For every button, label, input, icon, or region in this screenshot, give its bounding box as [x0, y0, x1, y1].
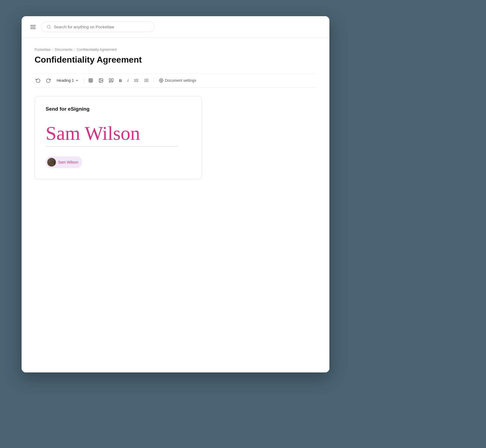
app-window: Pocketlaw / Documents / Confidentiality …: [22, 16, 329, 372]
undo-icon: [36, 78, 40, 83]
svg-point-16: [145, 80, 145, 81]
gear-icon: [159, 78, 163, 83]
esigning-title: Send for eSigning: [46, 106, 191, 112]
avatar: [47, 158, 56, 167]
redo-button[interactable]: [45, 77, 52, 84]
ordered-list-button[interactable]: [133, 77, 140, 84]
search-input[interactable]: [54, 25, 149, 29]
bold-icon: B: [119, 78, 122, 83]
editor-toolbar: Heading 1: [35, 73, 316, 87]
topbar: [22, 16, 329, 38]
svg-rect-2: [89, 79, 93, 82]
italic-button[interactable]: I: [126, 77, 130, 84]
esigning-card: Send for eSigning Sam Wilson Sam Wilson: [35, 96, 202, 179]
unordered-list-icon: [144, 78, 149, 83]
avatar-image: [47, 158, 56, 167]
toolbar-separator-1: [84, 78, 84, 83]
chevron-down-icon: [75, 79, 79, 82]
signer-badge[interactable]: Sam Wilson: [46, 156, 82, 168]
breadcrumb: Pocketlaw / Documents / Confidentiality …: [35, 47, 316, 52]
signature-line: [46, 146, 178, 147]
breadcrumb-documents[interactable]: Documents: [55, 47, 73, 52]
page-title: Confidentiality Agreement: [35, 55, 316, 65]
search-icon: [47, 25, 51, 29]
unordered-list-button[interactable]: [143, 77, 150, 84]
breadcrumb-pocketlaw[interactable]: Pocketlaw: [35, 47, 50, 52]
insert-table-button[interactable]: [87, 77, 94, 84]
breadcrumb-sep-2: /: [74, 47, 75, 52]
signer-name: Sam Wilson: [58, 160, 78, 164]
redo-icon: [46, 78, 51, 83]
undo-button[interactable]: [35, 77, 42, 84]
svg-line-1: [50, 28, 50, 29]
heading-dropdown[interactable]: Heading 1: [55, 77, 80, 84]
document-settings-button[interactable]: Document settings: [159, 78, 196, 83]
svg-point-18: [161, 80, 162, 81]
main-content: Pocketlaw / Documents / Confidentiality …: [22, 38, 329, 372]
image-icon: [99, 78, 103, 83]
bold-button[interactable]: B: [118, 77, 123, 84]
svg-point-17: [145, 82, 145, 82]
svg-point-15: [145, 79, 145, 80]
svg-point-8: [100, 79, 100, 80]
toolbar-separator-2: [153, 78, 154, 83]
quote-icon: [109, 78, 114, 83]
ordered-list-icon: [134, 78, 139, 83]
search-bar-container: [41, 22, 154, 32]
hamburger-button[interactable]: [29, 24, 37, 30]
signature-display: Sam Wilson: [46, 123, 191, 144]
breadcrumb-current: Confidentiality Agreement: [77, 47, 117, 52]
italic-icon: I: [127, 78, 129, 83]
document-settings-label: Document settings: [165, 78, 196, 83]
breadcrumb-sep-1: /: [52, 47, 53, 52]
heading-label: Heading 1: [57, 78, 74, 83]
signature-area: Sam Wilson: [46, 123, 191, 147]
table-icon: [88, 78, 93, 83]
insert-image-button[interactable]: [97, 77, 104, 84]
insert-quote-button[interactable]: [108, 77, 115, 84]
